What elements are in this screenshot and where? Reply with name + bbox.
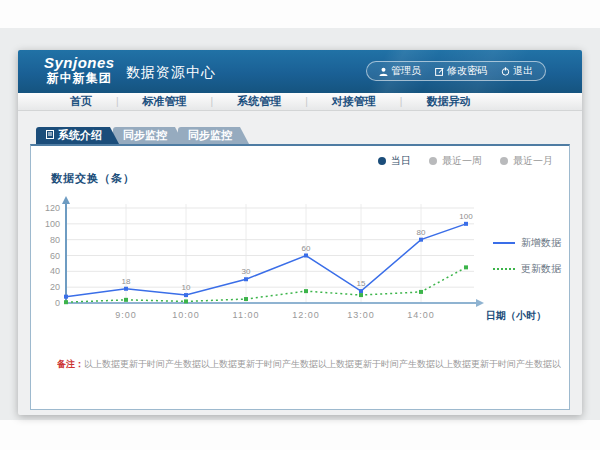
footnote-label: 备注： <box>57 359 84 369</box>
svg-text:30: 30 <box>242 267 251 276</box>
svg-text:0: 0 <box>55 298 60 308</box>
svg-text:60: 60 <box>50 251 60 261</box>
svg-text:日期（小时）: 日期（小时） <box>486 310 546 321</box>
blue-line-sample-icon <box>493 242 515 244</box>
svg-text:15: 15 <box>357 279 366 288</box>
logo-chinese: 新中新集团 <box>44 72 115 85</box>
document-icon <box>46 127 54 144</box>
svg-text:18: 18 <box>122 277 131 286</box>
nav-item-home[interactable]: 首页 <box>46 94 116 109</box>
y-axis-title: 数据交换（条） <box>51 171 135 186</box>
edit-icon <box>435 67 444 76</box>
chart-legend: 新增数据 更新数据 <box>493 236 561 288</box>
period-option-today[interactable]: 当日 <box>378 154 411 168</box>
footnote: 备注：以上数据更新于时间产生数据以上数据更新于时间产生数据以上数据更新于时间产生… <box>57 358 561 371</box>
user-menu-admin[interactable]: 管理员 <box>379 64 421 78</box>
svg-text:80: 80 <box>50 235 60 245</box>
nav-item-data-change[interactable]: 数据异动 <box>402 94 494 109</box>
svg-text:10: 10 <box>182 283 191 292</box>
svg-text:13:00: 13:00 <box>347 310 375 320</box>
power-icon <box>501 67 510 76</box>
green-dotted-sample-icon <box>493 268 515 270</box>
logo-english: Synjones <box>44 55 115 72</box>
radio-dot-icon <box>378 157 386 165</box>
svg-text:100: 100 <box>459 212 473 221</box>
radio-dot-icon <box>429 157 437 165</box>
user-menu: 管理员 修改密码 退出 <box>366 61 546 81</box>
svg-text:40: 40 <box>50 266 60 276</box>
svg-text:12:00: 12:00 <box>292 310 320 320</box>
tab-sync-monitor-2[interactable]: 同步监控 <box>178 127 249 144</box>
user-icon <box>379 67 388 76</box>
svg-text:120: 120 <box>45 203 60 213</box>
legend-item-updated-data: 更新数据 <box>493 262 561 276</box>
svg-text:9:00: 9:00 <box>115 310 137 320</box>
svg-text:11:00: 11:00 <box>233 310 260 320</box>
logout-button[interactable]: 退出 <box>501 64 533 78</box>
nav-item-system-management[interactable]: 系统管理 <box>213 94 305 109</box>
svg-text:100: 100 <box>45 219 60 229</box>
main-navigation: 首页 | 标准管理 | 系统管理 | 对接管理 | 数据异动 <box>18 93 582 111</box>
nav-item-standard-management[interactable]: 标准管理 <box>119 94 211 109</box>
legend-item-new-data: 新增数据 <box>493 236 561 250</box>
period-option-last-month[interactable]: 最近一月 <box>500 154 553 168</box>
app-header: Synjones 新中新集团 数据资源中心 管理员 修改密码 退出 <box>18 50 582 93</box>
nav-item-interface-management[interactable]: 对接管理 <box>308 94 400 109</box>
svg-text:20: 20 <box>50 282 60 292</box>
svg-text:10:00: 10:00 <box>172 310 200 320</box>
chart-panel: 当日 最近一周 最近一月 数据交换（条） 0204060801001209:00… <box>30 144 570 410</box>
page-title: 数据资源中心 <box>126 64 216 82</box>
svg-text:60: 60 <box>302 244 311 253</box>
period-option-last-week[interactable]: 最近一周 <box>429 154 482 168</box>
company-logo: Synjones 新中新集团 <box>44 55 115 85</box>
radio-dot-icon <box>500 157 508 165</box>
period-radio-group: 当日 最近一周 最近一月 <box>378 154 553 168</box>
svg-text:14:00: 14:00 <box>407 310 435 320</box>
line-chart: 0204060801001209:0010:0011:0012:0013:001… <box>39 192 551 330</box>
svg-text:80: 80 <box>417 228 426 237</box>
app-window: Synjones 新中新集团 数据资源中心 管理员 修改密码 退出 <box>18 50 582 415</box>
footnote-text: 以上数据更新于时间产生数据以上数据更新于时间产生数据以上数据更新于时间产生数据以… <box>84 359 561 369</box>
tab-bar: 系统介绍 同步监控 同步监控 <box>36 127 243 144</box>
tab-sync-monitor-1[interactable]: 同步监控 <box>113 127 184 144</box>
change-password-button[interactable]: 修改密码 <box>435 64 487 78</box>
tab-system-intro[interactable]: 系统介绍 <box>36 127 119 144</box>
